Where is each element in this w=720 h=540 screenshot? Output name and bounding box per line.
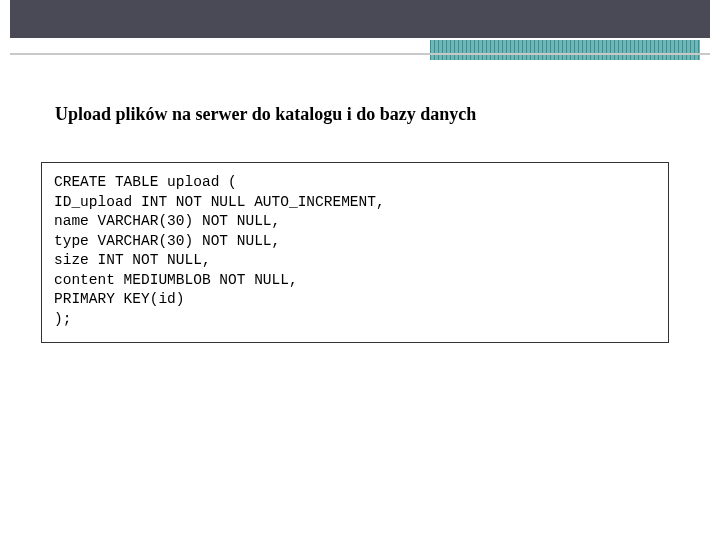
header-accent bbox=[430, 40, 700, 60]
header-rule bbox=[10, 53, 710, 55]
slide: Upload plików na serwer do katalogu i do… bbox=[0, 0, 720, 540]
code-block: CREATE TABLE upload ( ID_upload INT NOT … bbox=[41, 162, 669, 343]
header-band bbox=[10, 0, 710, 38]
slide-title: Upload plików na serwer do katalogu i do… bbox=[55, 104, 680, 125]
